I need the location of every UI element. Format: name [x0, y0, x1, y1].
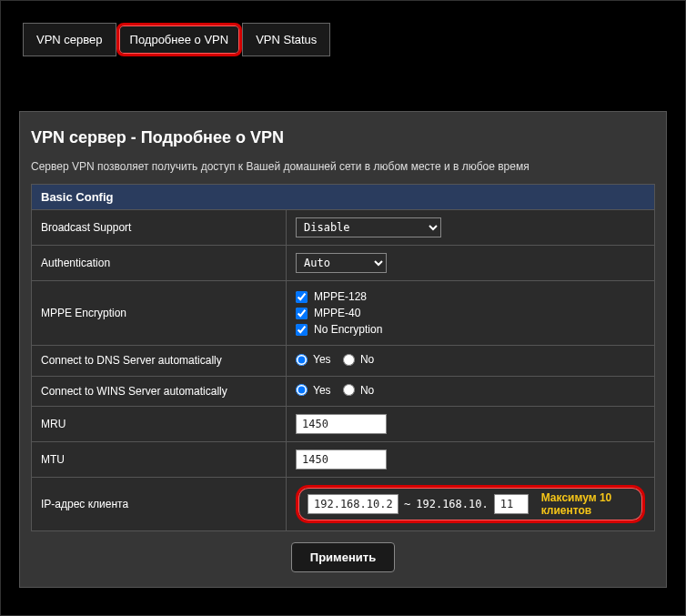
noenc-checkbox[interactable] — [296, 324, 308, 336]
section-header: Basic Config — [32, 185, 655, 210]
wins-label: Connect to WINS Server automatically — [32, 376, 287, 407]
wins-no-radio[interactable] — [343, 384, 355, 396]
mru-input[interactable] — [296, 414, 387, 434]
dns-no-text: No — [360, 353, 374, 366]
row-mru: MRU — [32, 407, 655, 442]
row-broadcast: Broadcast Support Disable — [32, 210, 655, 246]
ip-sep: ~ — [404, 498, 410, 510]
wins-yes-text: Yes — [313, 384, 331, 397]
tab-vpn-status[interactable]: VPN Status — [242, 23, 330, 56]
broadcast-label: Broadcast Support — [32, 210, 287, 246]
ip-start-input[interactable] — [308, 494, 398, 514]
mppe40-checkbox[interactable] — [296, 308, 308, 319]
auth-label: Authentication — [32, 246, 287, 281]
broadcast-select[interactable]: Disable — [296, 217, 441, 237]
row-ip-client: IP-адрес клиента ~ 192.168.10. Максимум … — [32, 478, 655, 531]
row-mppe: MPPE Encryption MPPE-128 MPPE-40 No Encr… — [32, 281, 655, 346]
tab-vpn-details[interactable]: Подробнее о VPN — [116, 23, 243, 56]
dns-yes-text: Yes — [313, 353, 331, 366]
row-wins: Connect to WINS Server automatically Yes… — [32, 376, 655, 407]
mtu-label: MTU — [32, 442, 287, 478]
page-description: Сервер VPN позволяет получить доступ к В… — [31, 160, 655, 173]
row-dns: Connect to DNS Server automatically Yes … — [32, 346, 655, 377]
ip-range-highlight: ~ 192.168.10. Максимум 10 клиентов — [296, 485, 645, 523]
mtu-input[interactable] — [296, 449, 387, 470]
dns-no-radio[interactable] — [343, 354, 355, 366]
row-auth: Authentication Auto — [32, 246, 655, 281]
tab-bar: VPN сервер Подробнее о VPN VPN Status — [23, 23, 672, 56]
mppe128-text: MPPE-128 — [314, 290, 367, 303]
ip-label: IP-адрес клиента — [32, 478, 287, 531]
wins-yes-radio[interactable] — [296, 384, 308, 396]
auth-select[interactable]: Auto — [296, 253, 387, 273]
mru-label: MRU — [32, 407, 287, 442]
config-table: Basic Config Broadcast Support Disable A… — [31, 184, 655, 531]
max-clients-text: Максимум 10 клиентов — [541, 491, 633, 517]
ip-end-input[interactable] — [494, 494, 529, 514]
dns-label: Connect to DNS Server automatically — [32, 346, 287, 377]
mppe128-checkbox[interactable] — [296, 291, 308, 303]
ip-prefix: 192.168.10. — [416, 498, 488, 510]
mppe-label: MPPE Encryption — [32, 281, 287, 346]
row-mtu: MTU — [32, 442, 655, 478]
apply-button[interactable]: Применить — [291, 542, 395, 572]
mppe40-text: MPPE-40 — [314, 307, 360, 319]
wins-no-text: No — [360, 384, 374, 397]
settings-panel: VPN сервер - Подробнее о VPN Сервер VPN … — [19, 111, 667, 588]
tab-vpn-server[interactable]: VPN сервер — [23, 23, 116, 56]
noenc-text: No Encryption — [314, 323, 382, 336]
page-title: VPN сервер - Подробнее о VPN — [31, 128, 655, 147]
dns-yes-radio[interactable] — [296, 354, 308, 366]
